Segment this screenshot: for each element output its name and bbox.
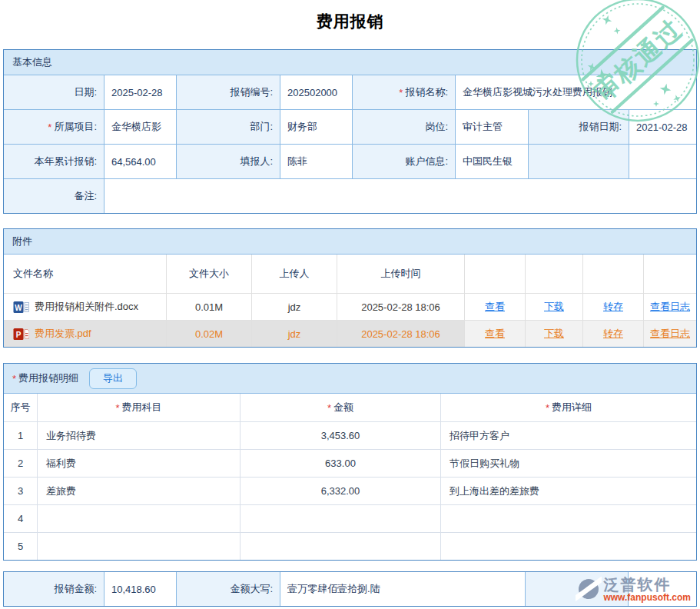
attachment-row-time: 2025-02-28 18:06 [337, 294, 464, 320]
detail-row-no: 1 [4, 422, 37, 449]
basic-info-section-title: 基本信息 [4, 50, 696, 75]
basic-info-panel: 基本信息 日期: 2025-02-28 报销编号: 202502000 *报销名… [3, 49, 697, 214]
attachment-row-filename[interactable]: W 费用报销相关附件.docx [4, 294, 166, 320]
expense-details-table: 序号 *费用科目 *金额 *费用详细 1 业务招待费 3,453.60 招待甲方… [4, 394, 696, 560]
attachment-action-cell: 查看 [465, 294, 525, 320]
year-total-label: 本年累计报销: [4, 145, 104, 178]
attachment-action-cell: 转存 [583, 294, 643, 320]
download-link[interactable]: 下载 [544, 300, 564, 314]
details-header-subject: *费用科目 [38, 394, 240, 421]
position-value: 审计主管 [456, 110, 528, 144]
attachments-header-action-spacer [583, 255, 643, 293]
export-button[interactable]: 导出 [89, 368, 137, 389]
detail-row-subject: 业务招待费 [38, 422, 240, 449]
attachment-row-time: 2025-02-28 18:06 [337, 321, 464, 347]
expense-details-toolbar: * 费用报销明细 导出 [4, 364, 696, 394]
required-marker: * [327, 402, 331, 414]
detail-row-no: 4 [4, 505, 37, 532]
detail-row-detail [441, 505, 696, 532]
download-link[interactable]: 下载 [544, 327, 564, 341]
details-header-no: 序号 [4, 394, 37, 421]
attachments-header-name: 文件名称 [4, 255, 166, 293]
empty-label-cell [529, 145, 629, 178]
detail-row-subject: 福利费 [38, 450, 240, 477]
attachment-action-cell: 查看 [465, 321, 525, 347]
detail-row-no: 5 [4, 533, 37, 560]
required-marker: * [115, 402, 119, 414]
account-label: 账户信息: [353, 145, 455, 178]
date-label: 日期: [4, 75, 104, 109]
detail-row-subject [38, 533, 240, 560]
page-title: 费用报销 [0, 11, 700, 32]
filler-value: 陈菲 [280, 145, 352, 178]
expense-details-panel: * 费用报销明细 导出 序号 *费用科目 *金额 *费用详细 1 业务招待费 3… [3, 363, 697, 561]
view-link[interactable]: 查看 [485, 327, 505, 341]
fanpu-logo-icon [576, 575, 602, 603]
detail-row-subject: 差旅费 [38, 478, 240, 504]
fanpu-logo: 泛普软件 www.fanpusoft.com [576, 575, 691, 603]
detail-row-detail [441, 533, 696, 560]
fanpu-logo-url: www.fanpusoft.com [603, 593, 691, 602]
detail-row-detail: 招待甲方客户 [441, 422, 696, 449]
amount-in-words-label: 金额大写: [177, 572, 280, 606]
fanpu-logo-name: 泛普软件 [603, 577, 691, 592]
save-as-link[interactable]: 转存 [603, 327, 623, 341]
project-label: *所属项目: [4, 110, 104, 144]
attachments-panel: 附件 文件名称 文件大小 上传人 上传时间 W 费用报销相关附 [3, 228, 697, 348]
view-log-link[interactable]: 查看日志 [650, 327, 690, 341]
detail-row-amount: 3,453.60 [241, 422, 440, 449]
attachments-header-action-spacer [526, 255, 582, 293]
detail-row-amount [241, 533, 440, 560]
remark-label: 备注: [4, 179, 104, 213]
total-amount-value: 10,418.60 [105, 572, 176, 606]
attachment-action-cell: 转存 [583, 321, 643, 347]
doc-no-label: 报销编号: [177, 75, 280, 109]
attachment-row-size: 0.01M [167, 294, 251, 320]
detail-row-no: 3 [4, 478, 37, 504]
detail-row-no: 2 [4, 450, 37, 477]
reimb-name-value: 金华横店影视城污水处理费用报销 [456, 75, 696, 109]
svg-text:W: W [15, 303, 22, 311]
view-log-link[interactable]: 查看日志 [650, 300, 690, 314]
detail-row-subject [38, 505, 240, 532]
reimb-name-label: *报销名称: [353, 75, 455, 109]
attachment-action-cell: 查看日志 [644, 321, 696, 347]
reimb-date-value: 2021-02-28 [629, 110, 696, 144]
reimb-date-label: 报销日期: [529, 110, 629, 144]
expense-details-section-title: 费用报销明细 [18, 371, 78, 385]
attachments-header-uploader: 上传人 [252, 255, 337, 293]
attachments-header-action-spacer [644, 255, 696, 293]
word-file-icon: W [13, 301, 29, 314]
view-link[interactable]: 查看 [485, 300, 505, 314]
attachment-row-uploader: jdz [252, 321, 337, 347]
year-total-value: 64,564.00 [105, 145, 176, 178]
position-label: 岗位: [353, 110, 455, 144]
attachments-header-action-spacer [465, 255, 525, 293]
attachments-section-title: 附件 [4, 229, 696, 255]
attachments-header-size: 文件大小 [167, 255, 251, 293]
attachment-action-cell: 下载 [526, 294, 582, 320]
basic-info-grid: 日期: 2025-02-28 报销编号: 202502000 *报销名称: 金华… [4, 75, 696, 213]
attachments-table: 文件名称 文件大小 上传人 上传时间 W 费用报销相关附件.docx 0 [4, 255, 696, 347]
detail-row-amount [241, 505, 440, 532]
pdf-file-icon: P [13, 328, 29, 341]
date-value: 2025-02-28 [105, 75, 176, 109]
save-as-link[interactable]: 转存 [603, 300, 623, 314]
attachment-action-cell: 下载 [526, 321, 582, 347]
summary-bar: 报销金额: 10,418.60 金额大写: 壹万零肆佰壹拾捌.陆 泛普软件 ww… [3, 571, 697, 607]
detail-row-amount: 6,332.00 [241, 478, 440, 504]
details-header-detail: *费用详细 [441, 394, 696, 421]
attachment-action-cell: 查看日志 [644, 294, 696, 320]
department-label: 部门: [177, 110, 280, 144]
account-value: 中国民生银 [456, 145, 528, 178]
details-header-amount: *金额 [241, 394, 440, 421]
total-amount-label: 报销金额: [4, 572, 104, 606]
required-marker: * [12, 373, 16, 384]
filler-label: 填报人: [177, 145, 280, 178]
empty-value-cell [629, 145, 696, 178]
detail-row-detail: 到上海出差的差旅费 [441, 478, 696, 504]
attachment-row-filename[interactable]: P 费用发票.pdf [4, 321, 166, 347]
detail-row-detail: 节假日购买礼物 [441, 450, 696, 477]
svg-text:P: P [16, 330, 22, 338]
project-value: 金华横店影 [105, 110, 176, 144]
